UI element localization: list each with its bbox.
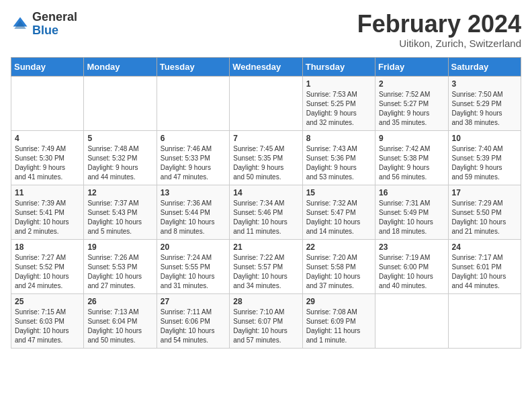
calendar-cell: 5Sunrise: 7:48 AM Sunset: 5:32 PM Daylig…: [84, 130, 157, 185]
day-number: 2: [379, 79, 444, 89]
cell-content: Sunrise: 7:31 AM Sunset: 5:49 PM Dayligh…: [379, 199, 444, 236]
calendar-cell: 21Sunrise: 7:22 AM Sunset: 5:57 PM Dayli…: [230, 239, 302, 293]
cell-content: Sunrise: 7:43 AM Sunset: 5:36 PM Dayligh…: [306, 144, 371, 182]
day-number: 8: [306, 134, 371, 143]
calendar-cell: 15Sunrise: 7:32 AM Sunset: 5:47 PM Dayli…: [302, 185, 375, 239]
cell-content: Sunrise: 7:48 AM Sunset: 5:32 PM Dayligh…: [87, 144, 152, 182]
day-number: 4: [15, 134, 80, 143]
cell-content: Sunrise: 7:24 AM Sunset: 5:55 PM Dayligh…: [161, 253, 226, 291]
day-number: 12: [87, 188, 152, 197]
calendar-cell: 12Sunrise: 7:37 AM Sunset: 5:43 PM Dayli…: [84, 185, 157, 239]
month-title: February 2024: [357, 11, 521, 38]
calendar-cell: 4Sunrise: 7:49 AM Sunset: 5:30 PM Daylig…: [11, 130, 84, 185]
col-tuesday: Tuesday: [157, 57, 229, 76]
col-wednesday: Wednesday: [230, 57, 302, 76]
cell-content: Sunrise: 7:49 AM Sunset: 5:30 PM Dayligh…: [15, 144, 80, 182]
cell-content: Sunrise: 7:08 AM Sunset: 6:09 PM Dayligh…: [306, 308, 371, 345]
calendar-cell: 10Sunrise: 7:40 AM Sunset: 5:39 PM Dayli…: [448, 130, 521, 185]
calendar-cell: 25Sunrise: 7:15 AM Sunset: 6:03 PM Dayli…: [11, 293, 84, 348]
cell-content: Sunrise: 7:22 AM Sunset: 5:57 PM Dayligh…: [233, 253, 298, 291]
logo-icon: [11, 15, 30, 34]
calendar-cell: 2Sunrise: 7:52 AM Sunset: 5:27 PM Daylig…: [375, 76, 448, 130]
cell-content: Sunrise: 7:50 AM Sunset: 5:29 PM Dayligh…: [452, 90, 517, 128]
day-number: 16: [379, 188, 444, 197]
cell-content: Sunrise: 7:39 AM Sunset: 5:41 PM Dayligh…: [15, 199, 80, 236]
cell-content: Sunrise: 7:37 AM Sunset: 5:43 PM Dayligh…: [87, 199, 152, 236]
title-block: February 2024 Uitikon, Zurich, Switzerla…: [357, 11, 521, 49]
calendar-cell: 26Sunrise: 7:13 AM Sunset: 6:04 PM Dayli…: [84, 293, 157, 348]
cell-content: Sunrise: 7:53 AM Sunset: 5:25 PM Dayligh…: [306, 90, 371, 128]
logo: General Blue: [11, 11, 77, 38]
col-sunday: Sunday: [11, 57, 84, 76]
calendar-cell: 14Sunrise: 7:34 AM Sunset: 5:46 PM Dayli…: [230, 185, 302, 239]
day-number: 15: [306, 188, 371, 197]
day-number: 23: [379, 242, 444, 252]
day-number: 11: [15, 188, 80, 197]
day-number: 6: [161, 134, 226, 143]
cell-content: Sunrise: 7:46 AM Sunset: 5:33 PM Dayligh…: [161, 144, 226, 182]
cell-content: Sunrise: 7:40 AM Sunset: 5:39 PM Dayligh…: [452, 144, 517, 182]
cell-content: Sunrise: 7:10 AM Sunset: 6:07 PM Dayligh…: [233, 308, 298, 345]
location-subtitle: Uitikon, Zurich, Switzerland: [357, 38, 521, 49]
cell-content: Sunrise: 7:34 AM Sunset: 5:46 PM Dayligh…: [233, 199, 298, 236]
day-number: 1: [306, 79, 371, 89]
day-number: 18: [15, 242, 80, 252]
day-number: 9: [379, 134, 444, 143]
calendar-cell: 29Sunrise: 7:08 AM Sunset: 6:09 PM Dayli…: [302, 293, 375, 348]
calendar-cell: 27Sunrise: 7:11 AM Sunset: 6:06 PM Dayli…: [157, 293, 229, 348]
page-header: General Blue February 2024 Uitikon, Zuri…: [11, 11, 521, 49]
day-number: 20: [161, 242, 226, 252]
calendar-week-0: 1Sunrise: 7:53 AM Sunset: 5:25 PM Daylig…: [11, 76, 521, 130]
calendar-cell: 8Sunrise: 7:43 AM Sunset: 5:36 PM Daylig…: [302, 130, 375, 185]
col-saturday: Saturday: [448, 57, 521, 76]
day-number: 7: [233, 134, 298, 143]
cell-content: Sunrise: 7:42 AM Sunset: 5:38 PM Dayligh…: [379, 144, 444, 182]
calendar-week-4: 25Sunrise: 7:15 AM Sunset: 6:03 PM Dayli…: [11, 293, 521, 348]
calendar-cell: 28Sunrise: 7:10 AM Sunset: 6:07 PM Dayli…: [230, 293, 302, 348]
day-number: 24: [452, 242, 517, 252]
cell-content: Sunrise: 7:26 AM Sunset: 5:53 PM Dayligh…: [87, 253, 152, 291]
calendar-cell: 13Sunrise: 7:36 AM Sunset: 5:44 PM Dayli…: [157, 185, 229, 239]
day-number: 10: [452, 134, 517, 143]
calendar-week-1: 4Sunrise: 7:49 AM Sunset: 5:30 PM Daylig…: [11, 130, 521, 185]
calendar-cell: 1Sunrise: 7:53 AM Sunset: 5:25 PM Daylig…: [302, 76, 375, 130]
day-number: 29: [306, 297, 371, 306]
calendar-cell: 17Sunrise: 7:29 AM Sunset: 5:50 PM Dayli…: [448, 185, 521, 239]
day-number: 17: [452, 188, 517, 197]
col-thursday: Thursday: [302, 57, 375, 76]
calendar-week-3: 18Sunrise: 7:27 AM Sunset: 5:52 PM Dayli…: [11, 239, 521, 293]
calendar-cell: 22Sunrise: 7:20 AM Sunset: 5:58 PM Dayli…: [302, 239, 375, 293]
calendar-cell: [11, 76, 84, 130]
day-number: 26: [87, 297, 152, 306]
calendar-cell: 9Sunrise: 7:42 AM Sunset: 5:38 PM Daylig…: [375, 130, 448, 185]
logo-general-text: General: [32, 10, 77, 24]
col-friday: Friday: [375, 57, 448, 76]
calendar-cell: 16Sunrise: 7:31 AM Sunset: 5:49 PM Dayli…: [375, 185, 448, 239]
calendar-cell: 19Sunrise: 7:26 AM Sunset: 5:53 PM Dayli…: [84, 239, 157, 293]
cell-content: Sunrise: 7:36 AM Sunset: 5:44 PM Dayligh…: [161, 199, 226, 236]
calendar-week-2: 11Sunrise: 7:39 AM Sunset: 5:41 PM Dayli…: [11, 185, 521, 239]
day-number: 3: [452, 79, 517, 89]
cell-content: Sunrise: 7:32 AM Sunset: 5:47 PM Dayligh…: [306, 199, 371, 236]
calendar-cell: [84, 76, 157, 130]
day-number: 27: [161, 297, 226, 306]
calendar-cell: [448, 293, 521, 348]
cell-content: Sunrise: 7:15 AM Sunset: 6:03 PM Dayligh…: [15, 308, 80, 345]
day-number: 25: [15, 297, 80, 306]
day-number: 28: [233, 297, 298, 306]
cell-content: Sunrise: 7:27 AM Sunset: 5:52 PM Dayligh…: [15, 253, 80, 291]
calendar-cell: 20Sunrise: 7:24 AM Sunset: 5:55 PM Dayli…: [157, 239, 229, 293]
cell-content: Sunrise: 7:13 AM Sunset: 6:04 PM Dayligh…: [87, 308, 152, 345]
calendar-cell: [230, 76, 302, 130]
cell-content: Sunrise: 7:52 AM Sunset: 5:27 PM Dayligh…: [379, 90, 444, 128]
day-number: 21: [233, 242, 298, 252]
day-number: 14: [233, 188, 298, 197]
calendar-cell: 18Sunrise: 7:27 AM Sunset: 5:52 PM Dayli…: [11, 239, 84, 293]
cell-content: Sunrise: 7:11 AM Sunset: 6:06 PM Dayligh…: [161, 308, 226, 345]
cell-content: Sunrise: 7:20 AM Sunset: 5:58 PM Dayligh…: [306, 253, 371, 291]
day-number: 13: [161, 188, 226, 197]
cell-content: Sunrise: 7:19 AM Sunset: 6:00 PM Dayligh…: [379, 253, 444, 291]
day-number: 5: [87, 134, 152, 143]
calendar-header: Sunday Monday Tuesday Wednesday Thursday…: [11, 57, 521, 76]
day-number: 22: [306, 242, 371, 252]
